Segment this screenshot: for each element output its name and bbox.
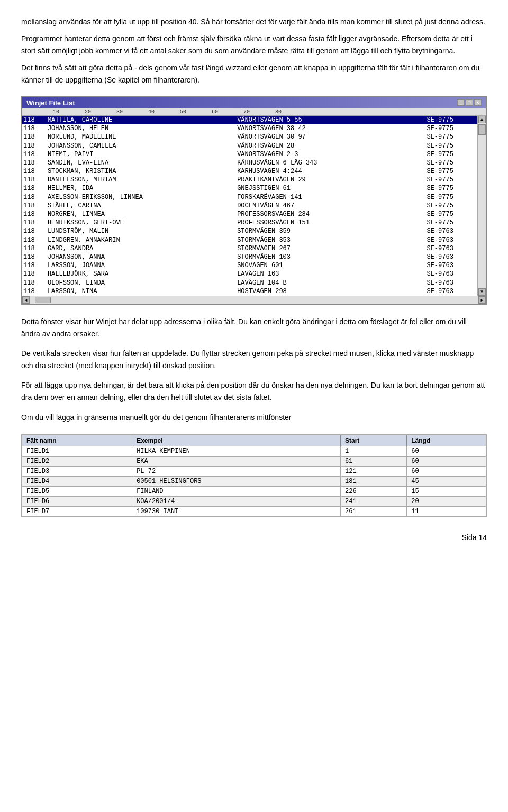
table-row: 118 MATTILA, CAROLINE VÄNORTSVÄGEN 5 55 … — [22, 116, 477, 124]
intro-paragraph-3: Det finns två sätt att göra detta på - d… — [21, 62, 487, 86]
scroll-down-arrow[interactable]: ▼ — [478, 288, 486, 296]
table-row: 118 SANDIN, EVA-LINA KÄRHUSVÄGEN 6 LÄG 3… — [22, 159, 477, 167]
table-row: 118 NIEMI, PÄIVI VÄNORTSVÄGEN 2 3 SE-977… — [22, 150, 477, 159]
table-row: 118 HELLMER, IDA GNEJSSTIGEN 61 SE-9775 — [22, 184, 477, 193]
scroll-h-track — [30, 296, 478, 304]
column-header: Start — [340, 435, 406, 446]
table-row: 118 JOHANSSON, CAMILLA VÄNORTSVÄGEN 28 S… — [22, 142, 477, 150]
table-row: 118 STOCKMAN, KRISTINA KÄRHUSVÄGEN 4:244… — [22, 167, 477, 176]
table-row: 118 LINDGREN, ANNAKARIN STORMVÄGEN 353 S… — [22, 236, 477, 244]
after-paragraph-4: Om du vill lägga in gränserna manuellt g… — [21, 412, 487, 424]
after-paragraph-1: Detta fönster visar hur Winjet har delat… — [21, 316, 487, 340]
table-row: 118 AXELSSON-ERIKSSON, LINNEA FORSKARÉVÄ… — [22, 193, 477, 202]
file-list-body: 118 MATTILA, CAROLINE VÄNORTSVÄGEN 5 55 … — [22, 116, 486, 296]
scroll-h-thumb[interactable] — [35, 297, 51, 303]
table-row: FIELD400501 HELSINGFORS18145 — [22, 476, 486, 486]
file-list-window: Winjet File List _ □ × 10 20 30 40 50 60… — [21, 96, 487, 305]
column-header: Längd — [407, 435, 486, 446]
table-row: 118 DANIELSSON, MIRIAM PRAKTIKANTVÄGEN 2… — [22, 176, 477, 184]
file-list-titlebar: Winjet File List _ □ × — [22, 97, 486, 108]
table-row: 118 LUNDSTRÖM, MALIN STORMVÄGEN 359 SE-9… — [22, 227, 477, 235]
after-paragraph-3: För att lägga upp nya delningar, är det … — [21, 379, 487, 404]
table-row: FIELD5FINLAND22615 — [22, 486, 486, 496]
table-row: 118 JOHANSSON, HELEN VÄNORTSVÄGEN 38 42 … — [22, 124, 477, 133]
minimize-button[interactable]: _ — [457, 99, 465, 106]
table-row: FIELD3PL 7212160 — [22, 466, 486, 476]
file-list-table: 118 MATTILA, CAROLINE VÄNORTSVÄGEN 5 55 … — [22, 116, 477, 296]
file-list-content: 10 20 30 40 50 60 70 80 118 MATTILA, CAR… — [22, 108, 486, 304]
horizontal-scrollbar[interactable]: ◄ ► — [22, 296, 486, 304]
table-row: 118 STÄHLE, CARINA DOCENTVÄGEN 467 SE-97… — [22, 202, 477, 210]
scroll-left-arrow[interactable]: ◄ — [22, 296, 30, 304]
after-text-block: Detta fönster visar hur Winjet har delat… — [21, 316, 487, 424]
intro-paragraph-1: mellanslag användas för att fylla ut upp… — [21, 16, 487, 28]
ruler: 10 20 30 40 50 60 70 80 — [22, 108, 486, 116]
file-list-title: Winjet File List — [26, 99, 75, 107]
table-row: 118 NORLUND, MADELEINE VÄNORTSVÄGEN 30 9… — [22, 133, 477, 141]
table-row: 118 LARSSON, NINA HÖSTVÄGEN 298 SE-9763 — [22, 287, 477, 296]
after-paragraph-2: De vertikala strecken visar hur fälten ä… — [21, 348, 487, 372]
table-row: FIELD1HILKA KEMPINEN160 — [22, 446, 486, 456]
scroll-right-arrow[interactable]: ► — [478, 296, 486, 304]
fields-table: Fält namnExempelStartLängd FIELD1HILKA K… — [22, 435, 486, 517]
table-row: 118 JOHANSSON, ANNA STORMVÄGEN 103 SE-97… — [22, 253, 477, 261]
column-header: Exempel — [132, 435, 341, 446]
table-row: FIELD2EKA6160 — [22, 456, 486, 466]
vertical-scrollbar[interactable]: ▲ ▼ — [477, 116, 486, 296]
maximize-button[interactable]: □ — [466, 99, 473, 106]
column-header: Fält namn — [22, 435, 132, 446]
close-button[interactable]: × — [474, 99, 482, 106]
table-row: FIELD7109730 IANT26111 — [22, 506, 486, 516]
table-row: 118 HALLEBJÖRK, SARA LAVÄGEN 163 SE-9763 — [22, 270, 477, 278]
table-row: 118 LARSSON, JOANNA SNÖVÄGEN 601 SE-9763 — [22, 261, 477, 270]
table-row: 118 OLOFSSON, LINDA LAVÄGEN 104 B SE-976… — [22, 279, 477, 287]
file-list-scrollable: 118 MATTILA, CAROLINE VÄNORTSVÄGEN 5 55 … — [22, 116, 477, 296]
scroll-thumb[interactable] — [478, 124, 486, 135]
intro-paragraph-2: Programmet hanterar detta genom att förs… — [21, 33, 487, 57]
table-row: 118 HENRIKSSON, GERT-OVE PROFESSORSVÄGEN… — [22, 218, 477, 227]
page-number: Sida 14 — [21, 533, 487, 542]
table-row: 118 GARD, SANDRA STORMVÄGEN 267 SE-9763 — [22, 244, 477, 253]
scroll-up-arrow[interactable]: ▲ — [478, 116, 486, 123]
fields-table-container: Fält namnExempelStartLängd FIELD1HILKA K… — [21, 434, 487, 517]
table-row: FIELD6KOA/2001/424120 — [22, 496, 486, 506]
table-row: 118 NORGREN, LINNEA PROFESSORSVÄGEN 284 … — [22, 210, 477, 218]
